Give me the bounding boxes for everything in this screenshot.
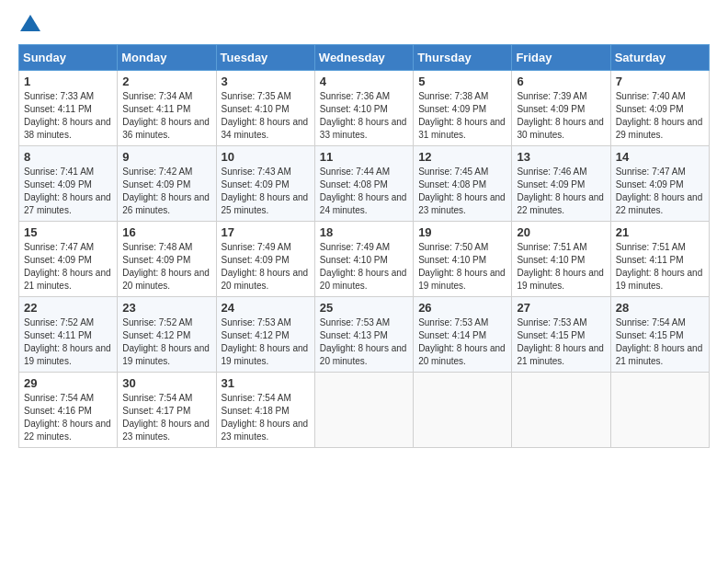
cell-sunset: Sunset: 4:09 PM [24,255,92,265]
day-number: 19 [418,225,506,239]
day-number: 2 [122,75,210,88]
day-number: 21 [616,225,704,239]
cell-sunset: Sunset: 4:08 PM [320,179,388,190]
cell-daylight: Daylight: 8 hours and 23 minutes. [122,419,210,442]
calendar-cell: 18 Sunrise: 7:49 AM Sunset: 4:10 PM Dayl… [314,222,413,297]
day-number: 31 [222,376,310,390]
cell-daylight: Daylight: 8 hours and 19 minutes. [616,268,703,291]
cell-sunset: Sunset: 4:11 PM [616,255,684,265]
cell-daylight: Daylight: 8 hours and 19 minutes. [517,268,604,291]
cell-sunset: Sunset: 4:10 PM [320,104,388,114]
cell-sunset: Sunset: 4:13 PM [320,330,388,340]
cell-daylight: Daylight: 8 hours and 31 minutes. [418,117,506,140]
cell-sunrise: Sunrise: 7:33 AM [24,91,94,101]
calendar-cell: 23 Sunrise: 7:52 AM Sunset: 4:12 PM Dayl… [118,297,216,373]
day-number: 7 [616,75,704,88]
cell-sunrise: Sunrise: 7:38 AM [418,91,488,101]
cell-daylight: Daylight: 8 hours and 21 minutes. [517,343,604,366]
cell-sunrise: Sunrise: 7:52 AM [24,317,94,327]
calendar-cell: 26 Sunrise: 7:53 AM Sunset: 4:14 PM Dayl… [414,297,512,373]
calendar-cell: 20 Sunrise: 7:51 AM Sunset: 4:10 PM Dayl… [512,222,610,297]
cell-daylight: Daylight: 8 hours and 34 minutes. [222,117,309,140]
cell-sunrise: Sunrise: 7:47 AM [616,167,686,177]
cell-daylight: Daylight: 8 hours and 22 minutes. [24,419,111,442]
cell-daylight: Daylight: 8 hours and 20 minutes. [320,268,407,291]
cell-sunrise: Sunrise: 7:47 AM [24,242,94,252]
cell-sunset: Sunset: 4:11 PM [122,104,190,114]
calendar-cell: 17 Sunrise: 7:49 AM Sunset: 4:09 PM Dayl… [216,222,314,297]
cell-sunrise: Sunrise: 7:40 AM [616,91,686,101]
calendar-cell: 14 Sunrise: 7:47 AM Sunset: 4:09 PM Dayl… [610,146,709,222]
cell-sunset: Sunset: 4:09 PM [616,104,684,114]
cell-sunset: Sunset: 4:16 PM [24,406,92,416]
cell-sunrise: Sunrise: 7:36 AM [320,91,390,101]
cell-sunrise: Sunrise: 7:49 AM [320,242,390,252]
cell-sunset: Sunset: 4:09 PM [222,255,290,265]
day-number: 4 [320,75,408,88]
calendar-cell [314,373,413,448]
cell-daylight: Daylight: 8 hours and 25 minutes. [222,192,309,215]
day-number: 30 [122,376,210,390]
day-header-tuesday: Tuesday [216,45,314,71]
calendar-cell: 22 Sunrise: 7:52 AM Sunset: 4:11 PM Dayl… [19,297,118,373]
cell-sunrise: Sunrise: 7:50 AM [418,242,488,252]
cell-sunset: Sunset: 4:09 PM [616,179,684,190]
cell-daylight: Daylight: 8 hours and 26 minutes. [122,192,210,215]
cell-daylight: Daylight: 8 hours and 23 minutes. [418,192,506,215]
logo [18,15,40,33]
cell-sunset: Sunset: 4:14 PM [418,330,486,340]
calendar-cell: 28 Sunrise: 7:54 AM Sunset: 4:15 PM Dayl… [610,297,709,373]
day-number: 9 [122,150,210,164]
cell-daylight: Daylight: 8 hours and 19 minutes. [222,343,309,366]
cell-daylight: Daylight: 8 hours and 30 minutes. [517,117,604,140]
cell-sunrise: Sunrise: 7:43 AM [222,167,291,177]
day-number: 10 [222,150,310,164]
cell-sunrise: Sunrise: 7:53 AM [517,317,586,327]
cell-sunrise: Sunrise: 7:54 AM [222,393,291,403]
cell-sunset: Sunset: 4:09 PM [122,179,190,190]
cell-sunset: Sunset: 4:12 PM [122,330,190,340]
day-header-thursday: Thursday [414,45,512,71]
day-number: 12 [418,150,506,164]
cell-daylight: Daylight: 8 hours and 36 minutes. [122,117,210,140]
cell-daylight: Daylight: 8 hours and 20 minutes. [320,343,407,366]
day-number: 16 [122,225,210,239]
calendar-cell [512,373,610,448]
calendar-cell: 8 Sunrise: 7:41 AM Sunset: 4:09 PM Dayli… [19,146,118,222]
cell-sunrise: Sunrise: 7:54 AM [24,393,94,403]
day-number: 8 [24,150,112,164]
calendar-cell: 2 Sunrise: 7:34 AM Sunset: 4:11 PM Dayli… [118,71,216,146]
cell-daylight: Daylight: 8 hours and 38 minutes. [24,117,111,140]
cell-daylight: Daylight: 8 hours and 29 minutes. [616,117,703,140]
calendar-cell: 13 Sunrise: 7:46 AM Sunset: 4:09 PM Dayl… [512,146,610,222]
cell-sunrise: Sunrise: 7:53 AM [418,317,488,327]
cell-sunrise: Sunrise: 7:46 AM [517,167,586,177]
calendar-cell: 24 Sunrise: 7:53 AM Sunset: 4:12 PM Dayl… [216,297,314,373]
svg-marker-0 [20,15,40,31]
day-header-saturday: Saturday [610,45,709,71]
cell-daylight: Daylight: 8 hours and 22 minutes. [517,192,604,215]
calendar-cell: 11 Sunrise: 7:44 AM Sunset: 4:08 PM Dayl… [314,146,413,222]
cell-daylight: Daylight: 8 hours and 20 minutes. [222,268,309,291]
cell-sunrise: Sunrise: 7:54 AM [122,393,192,403]
cell-sunset: Sunset: 4:18 PM [222,406,290,416]
day-number: 14 [616,150,704,164]
day-number: 26 [418,301,506,315]
cell-sunrise: Sunrise: 7:53 AM [222,317,291,327]
day-number: 24 [222,301,310,315]
day-number: 22 [24,301,112,315]
cell-sunset: Sunset: 4:09 PM [24,179,92,190]
cell-sunset: Sunset: 4:11 PM [24,330,92,340]
day-number: 15 [24,225,112,239]
day-number: 1 [24,75,112,88]
cell-daylight: Daylight: 8 hours and 24 minutes. [320,192,407,215]
cell-sunset: Sunset: 4:10 PM [320,255,388,265]
calendar-cell: 21 Sunrise: 7:51 AM Sunset: 4:11 PM Dayl… [610,222,709,297]
cell-sunrise: Sunrise: 7:35 AM [222,91,291,101]
cell-sunrise: Sunrise: 7:42 AM [122,167,192,177]
calendar-cell: 4 Sunrise: 7:36 AM Sunset: 4:10 PM Dayli… [314,71,413,146]
cell-daylight: Daylight: 8 hours and 22 minutes. [616,192,703,215]
cell-sunset: Sunset: 4:10 PM [222,104,290,114]
cell-sunrise: Sunrise: 7:34 AM [122,91,192,101]
calendar-cell: 6 Sunrise: 7:39 AM Sunset: 4:09 PM Dayli… [512,71,610,146]
